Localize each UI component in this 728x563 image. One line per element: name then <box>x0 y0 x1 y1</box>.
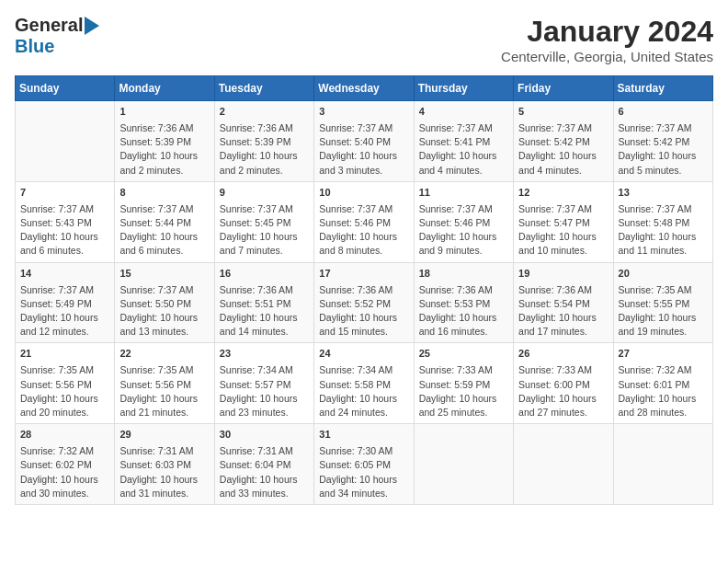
day-content: Sunrise: 7:36 AM Sunset: 5:39 PM Dayligh… <box>119 121 209 178</box>
day-number: 21 <box>20 347 109 362</box>
table-row: 19Sunrise: 7:36 AM Sunset: 5:54 PM Dayli… <box>514 262 613 343</box>
table-row <box>414 424 513 505</box>
table-row: 17Sunrise: 7:36 AM Sunset: 5:52 PM Dayli… <box>314 262 414 343</box>
col-monday: Monday <box>115 76 214 101</box>
day-content: Sunrise: 7:37 AM Sunset: 5:41 PM Dayligh… <box>419 121 508 178</box>
day-content: Sunrise: 7:35 AM Sunset: 5:56 PM Dayligh… <box>119 363 209 419</box>
table-row: 6Sunrise: 7:37 AM Sunset: 5:42 PM Daylig… <box>613 101 712 182</box>
table-row: 12Sunrise: 7:37 AM Sunset: 5:47 PM Dayli… <box>514 181 613 262</box>
day-content: Sunrise: 7:36 AM Sunset: 5:54 PM Dayligh… <box>518 283 608 339</box>
table-row <box>16 101 115 182</box>
col-saturday: Saturday <box>613 76 712 101</box>
day-number: 22 <box>119 347 209 362</box>
table-row: 11Sunrise: 7:37 AM Sunset: 5:46 PM Dayli… <box>414 181 513 262</box>
day-content: Sunrise: 7:37 AM Sunset: 5:50 PM Dayligh… <box>119 283 209 339</box>
day-number: 26 <box>518 347 608 362</box>
day-content: Sunrise: 7:37 AM Sunset: 5:45 PM Dayligh… <box>220 202 309 259</box>
day-number: 25 <box>419 347 508 362</box>
day-number: 12 <box>518 186 608 201</box>
day-number: 20 <box>619 267 708 282</box>
day-number: 24 <box>319 347 408 362</box>
day-number: 8 <box>119 186 209 201</box>
title-area: January 2024 Centerville, Georgia, Unite… <box>501 15 713 64</box>
day-content: Sunrise: 7:33 AM Sunset: 6:00 PM Dayligh… <box>518 363 608 419</box>
day-number: 19 <box>518 267 608 282</box>
day-number: 16 <box>220 267 309 282</box>
logo: General Blue <box>15 15 101 57</box>
table-row: 26Sunrise: 7:33 AM Sunset: 6:00 PM Dayli… <box>514 343 613 424</box>
day-content: Sunrise: 7:36 AM Sunset: 5:51 PM Dayligh… <box>220 283 309 339</box>
day-number: 5 <box>518 105 608 120</box>
day-number: 29 <box>119 428 209 442</box>
day-number: 23 <box>220 347 309 362</box>
day-content: Sunrise: 7:33 AM Sunset: 5:59 PM Dayligh… <box>419 363 508 419</box>
day-content: Sunrise: 7:37 AM Sunset: 5:40 PM Dayligh… <box>319 121 408 178</box>
table-row: 27Sunrise: 7:32 AM Sunset: 6:01 PM Dayli… <box>613 343 712 424</box>
calendar-table: Sunday Monday Tuesday Wednesday Thursday… <box>15 75 713 505</box>
day-content: Sunrise: 7:30 AM Sunset: 6:05 PM Dayligh… <box>319 444 408 500</box>
day-number: 15 <box>119 267 209 282</box>
calendar-week-row: 1Sunrise: 7:36 AM Sunset: 5:39 PM Daylig… <box>16 101 713 182</box>
day-content: Sunrise: 7:36 AM Sunset: 5:53 PM Dayligh… <box>419 283 508 339</box>
day-content: Sunrise: 7:37 AM Sunset: 5:47 PM Dayligh… <box>518 202 608 259</box>
table-row: 18Sunrise: 7:36 AM Sunset: 5:53 PM Dayli… <box>414 262 513 343</box>
table-row: 14Sunrise: 7:37 AM Sunset: 5:49 PM Dayli… <box>16 262 115 343</box>
table-row: 1Sunrise: 7:36 AM Sunset: 5:39 PM Daylig… <box>115 101 214 182</box>
table-row <box>613 424 712 505</box>
day-number: 9 <box>220 186 309 201</box>
calendar-week-row: 14Sunrise: 7:37 AM Sunset: 5:49 PM Dayli… <box>16 262 713 343</box>
calendar-header-row: Sunday Monday Tuesday Wednesday Thursday… <box>16 76 713 101</box>
col-friday: Friday <box>514 76 613 101</box>
table-row: 28Sunrise: 7:32 AM Sunset: 6:02 PM Dayli… <box>16 424 115 505</box>
table-row: 22Sunrise: 7:35 AM Sunset: 5:56 PM Dayli… <box>115 343 214 424</box>
day-number: 7 <box>20 186 109 201</box>
day-number: 27 <box>619 347 708 362</box>
table-row: 8Sunrise: 7:37 AM Sunset: 5:44 PM Daylig… <box>115 181 214 262</box>
day-number: 10 <box>319 186 408 201</box>
day-content: Sunrise: 7:34 AM Sunset: 5:57 PM Dayligh… <box>220 363 309 419</box>
col-wednesday: Wednesday <box>314 76 414 101</box>
day-number: 28 <box>20 428 109 442</box>
calendar-subtitle: Centerville, Georgia, United States <box>501 49 713 64</box>
table-row: 9Sunrise: 7:37 AM Sunset: 5:45 PM Daylig… <box>214 181 313 262</box>
day-content: Sunrise: 7:37 AM Sunset: 5:42 PM Dayligh… <box>619 121 708 178</box>
table-row: 29Sunrise: 7:31 AM Sunset: 6:03 PM Dayli… <box>115 424 214 505</box>
day-content: Sunrise: 7:35 AM Sunset: 5:55 PM Dayligh… <box>619 283 708 339</box>
day-content: Sunrise: 7:37 AM Sunset: 5:49 PM Dayligh… <box>20 283 109 339</box>
calendar-title: January 2024 <box>501 15 713 49</box>
day-number: 13 <box>619 186 708 201</box>
page-header: General Blue January 2024 Centerville, G… <box>15 15 713 64</box>
calendar-week-row: 21Sunrise: 7:35 AM Sunset: 5:56 PM Dayli… <box>16 343 713 424</box>
day-content: Sunrise: 7:31 AM Sunset: 6:03 PM Dayligh… <box>119 444 209 500</box>
day-content: Sunrise: 7:37 AM Sunset: 5:44 PM Dayligh… <box>119 202 209 259</box>
logo-arrow-icon <box>85 17 99 35</box>
table-row: 16Sunrise: 7:36 AM Sunset: 5:51 PM Dayli… <box>214 262 313 343</box>
day-content: Sunrise: 7:37 AM Sunset: 5:42 PM Dayligh… <box>518 121 608 178</box>
day-number: 17 <box>319 267 408 282</box>
table-row: 23Sunrise: 7:34 AM Sunset: 5:57 PM Dayli… <box>214 343 313 424</box>
table-row: 25Sunrise: 7:33 AM Sunset: 5:59 PM Dayli… <box>414 343 513 424</box>
table-row: 21Sunrise: 7:35 AM Sunset: 5:56 PM Dayli… <box>16 343 115 424</box>
table-row: 10Sunrise: 7:37 AM Sunset: 5:46 PM Dayli… <box>314 181 414 262</box>
day-content: Sunrise: 7:34 AM Sunset: 5:58 PM Dayligh… <box>319 363 408 419</box>
calendar-week-row: 28Sunrise: 7:32 AM Sunset: 6:02 PM Dayli… <box>16 424 713 505</box>
table-row: 4Sunrise: 7:37 AM Sunset: 5:41 PM Daylig… <box>414 101 513 182</box>
day-content: Sunrise: 7:31 AM Sunset: 6:04 PM Dayligh… <box>220 444 309 500</box>
table-row: 30Sunrise: 7:31 AM Sunset: 6:04 PM Dayli… <box>214 424 313 505</box>
table-row: 20Sunrise: 7:35 AM Sunset: 5:55 PM Dayli… <box>613 262 712 343</box>
logo-blue: Blue <box>15 36 54 56</box>
day-content: Sunrise: 7:32 AM Sunset: 6:01 PM Dayligh… <box>619 363 708 419</box>
day-number: 2 <box>220 105 309 120</box>
day-number: 1 <box>119 105 209 120</box>
day-content: Sunrise: 7:37 AM Sunset: 5:43 PM Dayligh… <box>20 202 109 259</box>
day-content: Sunrise: 7:37 AM Sunset: 5:46 PM Dayligh… <box>419 202 508 259</box>
day-content: Sunrise: 7:36 AM Sunset: 5:39 PM Dayligh… <box>220 121 309 178</box>
day-number: 18 <box>419 267 508 282</box>
table-row <box>514 424 613 505</box>
col-sunday: Sunday <box>16 76 115 101</box>
day-number: 6 <box>619 105 708 120</box>
col-tuesday: Tuesday <box>214 76 313 101</box>
day-number: 4 <box>419 105 508 120</box>
col-thursday: Thursday <box>414 76 513 101</box>
day-number: 14 <box>20 267 109 282</box>
